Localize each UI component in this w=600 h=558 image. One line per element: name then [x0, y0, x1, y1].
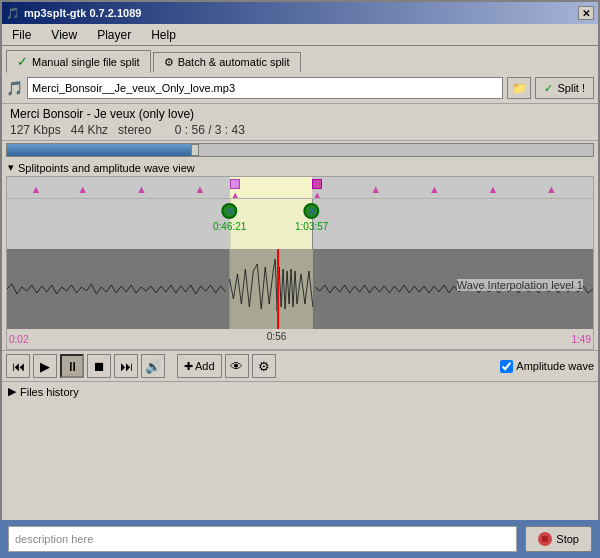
files-history[interactable]: ▶ Files history — [2, 382, 598, 401]
arrow-2: ▲ — [77, 183, 88, 195]
tab-manual-check: ✓ — [17, 54, 28, 69]
stop-tb-button[interactable]: ⏹ — [87, 354, 111, 378]
channels: stereo — [118, 123, 151, 137]
time-mark-current: 0:56 — [267, 331, 286, 342]
tab-manual-label: Manual single file split — [32, 56, 140, 68]
selection-highlight — [230, 177, 312, 198]
sp-left-circle[interactable]: ✕ — [222, 203, 238, 219]
pause-button[interactable]: ⏸ — [60, 354, 84, 378]
collapse-icon: ▾ — [8, 161, 14, 174]
play-button[interactable]: ▶ — [33, 354, 57, 378]
frequency: 44 Khz — [71, 123, 108, 137]
markers-row: ✕ 0:46:21 ✕ 1:03:57 — [7, 199, 593, 249]
add-label: Add — [195, 360, 215, 372]
time-mark-end: 1:49 — [572, 334, 591, 345]
menu-view[interactable]: View — [45, 26, 83, 44]
wave-interpolation-label: Wave Interpolation level 1 — [457, 279, 583, 291]
add-icon: ✚ — [184, 360, 193, 373]
amplitude-checkbox[interactable] — [500, 360, 513, 373]
time-mark-start: 0:02 — [9, 334, 28, 345]
tab-batch-label: Batch & automatic split — [178, 56, 290, 68]
sp-left-x: ✕ — [226, 206, 234, 217]
sp-left-arrow: ▲ — [230, 189, 241, 199]
tab-batch-icon: ⚙ — [164, 56, 174, 69]
sp-right-time: 1:03:57 — [295, 221, 328, 232]
title-bar-left: 🎵 mp3splt-gtk 0.7.2.1089 — [6, 7, 141, 20]
arrow-3: ▲ — [136, 183, 147, 195]
tabs: ✓ Manual single file split ⚙ Batch & aut… — [2, 46, 598, 73]
sp-right-arrow: ▲ — [312, 189, 323, 199]
progress-thumb[interactable] — [191, 144, 199, 156]
waveform[interactable]: Wave Interpolation level 1 — [7, 249, 593, 329]
arrow-row[interactable]: ▲ ▲ ▲ ▲ ▲ ▲ ▲ ▲ ▲ ▲ — [7, 177, 593, 199]
sp-right-x: ✕ — [308, 206, 316, 217]
bottom-bar: description here Stop — [0, 520, 600, 558]
arrow-6: ▲ — [429, 183, 440, 195]
stop-icon — [538, 532, 552, 546]
app-title: mp3splt-gtk 0.7.2.1089 — [24, 7, 141, 19]
time-position: 0 : 56 / 3 : 43 — [175, 123, 245, 137]
file-bar: 🎵 📁 ✓ Split ! — [2, 73, 598, 104]
tab-manual[interactable]: ✓ Manual single file split — [6, 50, 151, 73]
sp-left-time: 0:46:21 — [213, 221, 246, 232]
arrow-7: ▲ — [488, 183, 499, 195]
arrow-5: ▲ — [370, 183, 381, 195]
description-box[interactable]: description here — [8, 526, 517, 552]
menu-player[interactable]: Player — [91, 26, 137, 44]
progress-bar[interactable] — [6, 143, 594, 157]
splitpoints-label: Splitpoints and amplitude wave view — [18, 162, 195, 174]
amplitude-label: Amplitude wave — [516, 360, 594, 372]
settings-button[interactable]: ⚙ — [252, 354, 276, 378]
sp-left-square[interactable] — [230, 179, 240, 189]
arrow-1: ▲ — [30, 183, 41, 195]
close-button[interactable]: ✕ — [578, 6, 594, 20]
progress-fill — [7, 144, 195, 156]
track-info: 127 Kbps 44 Khz stereo 0 : 56 / 3 : 43 — [10, 123, 590, 137]
amplitude-check[interactable]: Amplitude wave — [500, 360, 594, 373]
sp-right-square[interactable] — [312, 179, 322, 189]
toolbar: ⏮ ▶ ⏸ ⏹ ⏭ 🔊 ✚ Add 👁 ⚙ Amplitude wave — [2, 350, 598, 382]
bitrate: 127 Kbps — [10, 123, 61, 137]
splitpoints-header[interactable]: ▾ Splitpoints and amplitude wave view — [2, 159, 598, 176]
files-history-arrow: ▶ — [8, 385, 16, 398]
menu-file[interactable]: File — [6, 26, 37, 44]
menu-help[interactable]: Help — [145, 26, 182, 44]
add-button[interactable]: ✚ Add — [177, 354, 222, 378]
arrow-8: ▲ — [546, 183, 557, 195]
split-button[interactable]: ✓ Split ! — [535, 77, 594, 99]
sp-right-circle[interactable]: ✕ — [304, 203, 320, 219]
info-bar: Merci Bonsoir - Je veux (only love) 127 … — [2, 104, 598, 141]
files-history-label: Files history — [20, 386, 79, 398]
rewind-button[interactable]: ⏮ — [6, 354, 30, 378]
time-ruler: 0:02 0:56 1:49 — [7, 329, 593, 349]
tab-batch[interactable]: ⚙ Batch & automatic split — [153, 52, 301, 72]
eyes-button[interactable]: 👁 — [225, 354, 249, 378]
split-check-icon: ✓ — [544, 82, 553, 95]
track-title: Merci Bonsoir - Je veux (only love) — [10, 107, 590, 121]
menu-bar: File View Player Help — [2, 24, 598, 46]
forward-button[interactable]: ⏭ — [114, 354, 138, 378]
wave-container: ▲ ▲ ▲ ▲ ▲ ▲ ▲ ▲ ▲ ▲ ✕ 0:46:21 — [6, 176, 594, 350]
stop-inner — [542, 536, 548, 542]
folder-icon: 📁 — [512, 81, 527, 95]
volume-button[interactable]: 🔊 — [141, 354, 165, 378]
arrow-4: ▲ — [195, 183, 206, 195]
split-label: Split ! — [557, 82, 585, 94]
stop-label: Stop — [556, 533, 579, 545]
file-input[interactable] — [27, 77, 503, 99]
description-text: description here — [15, 533, 93, 545]
music-icon: 🎵 — [6, 80, 23, 96]
app-icon: 🎵 — [6, 7, 20, 20]
title-bar: 🎵 mp3splt-gtk 0.7.2.1089 ✕ — [2, 2, 598, 24]
stop-button[interactable]: Stop — [525, 526, 592, 552]
browse-button[interactable]: 📁 — [507, 77, 531, 99]
